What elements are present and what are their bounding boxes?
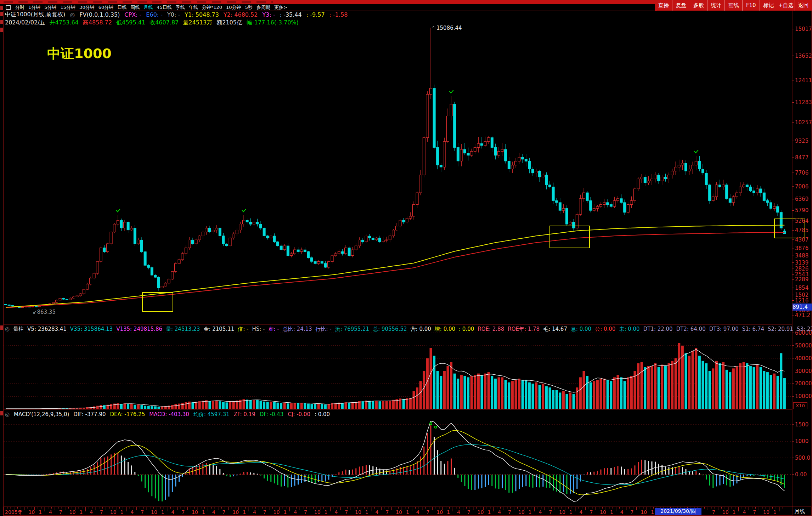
timeframe-item-季线[interactable]: 季线 (176, 4, 185, 11)
price-axis: 1501713652124111128310257932584777706700… (792, 26, 812, 478)
svg-text:6369: 6369 (795, 196, 808, 202)
svg-text:5790: 5790 (795, 207, 808, 214)
timeframe-item-周线[interactable]: 周线 (130, 4, 140, 11)
svg-text:7: 7 (345, 509, 348, 515)
stat-label: 2024/02/02/五 (5, 19, 45, 27)
timeframe-item-30分钟[interactable]: 30分钟 (79, 4, 95, 11)
svg-text:1: 1 (651, 509, 654, 515)
stat-label: ZF: 0.19 (234, 411, 255, 418)
stat-label: 增: 0.00 (435, 326, 455, 333)
macd-peak-marker (435, 426, 437, 428)
stat-label: Y3: - (262, 11, 275, 18)
svg-text:10: 10 (151, 509, 157, 515)
left-strip-mark (0, 411, 3, 415)
macd-cyan-line (6, 445, 784, 485)
stat-label: 金: 2105.11 (203, 326, 234, 333)
stat-label: 高4858.72 (83, 19, 112, 27)
svg-text:1: 1 (325, 509, 328, 515)
stat-label: 营: 0.00 (411, 326, 431, 333)
svg-text:8477: 8477 (795, 154, 808, 161)
svg-text:10: 10 (192, 509, 198, 515)
timeframe-item-1分钟[interactable]: 1分钟 (28, 4, 40, 11)
svg-text:10: 10 (641, 509, 647, 515)
stat-label: 毛: 14.67 (543, 326, 567, 333)
svg-text:10: 10 (722, 509, 729, 515)
timeframe-item-日线[interactable]: 日线 (117, 4, 126, 11)
svg-text:500.0: 500.0 (795, 455, 810, 461)
timeframe-item-年线[interactable]: 年线 (189, 4, 198, 11)
svg-text:3876: 3876 (795, 245, 808, 251)
toolbar-button-复盘[interactable]: 复盘 (672, 0, 689, 11)
stat-label: 量柱 (13, 326, 24, 333)
timeframe-item-60分钟[interactable]: 60分钟 (98, 4, 114, 11)
timeframe-item-分时[interactable]: 分时 (15, 4, 24, 11)
svg-text:1: 1 (120, 509, 124, 515)
toolbar-button-直播[interactable]: 直播 (655, 0, 672, 11)
timeframe-item-5分钟[interactable]: 5分钟 (44, 4, 56, 11)
timeframe-item-5秒[interactable]: 5秒 (245, 4, 253, 11)
timeframe-item-分钟*120[interactable]: 分钟*120 (202, 4, 222, 11)
svg-text:1: 1 (243, 509, 246, 515)
stat-label: 开4753.64 (50, 19, 79, 27)
chart-canvas[interactable]: 1501713652124111128310257932584777706700… (0, 0, 812, 516)
toolbar-button-F10[interactable]: F10 (742, 0, 760, 11)
timeframe-item-多周期[interactable]: 多周期 (256, 4, 270, 11)
svg-text:7: 7 (549, 509, 552, 515)
svg-text:7: 7 (263, 509, 266, 515)
axis-highlight-price: 891.4 (793, 304, 812, 311)
svg-text:1216: 1216 (795, 297, 808, 304)
stat-label: 总比: 24.13 (283, 326, 312, 333)
svg-text:10000: 10000 (795, 393, 812, 399)
svg-text:10: 10 (518, 509, 525, 515)
indicator-dropdown-icon[interactable]: ◎ (70, 11, 75, 18)
toolbar-button-多股[interactable]: 多股 (690, 0, 707, 11)
toolbar-button-+自选[interactable]: +自选 (777, 0, 794, 11)
svg-text:7: 7 (712, 509, 715, 515)
timeframe-item-45日线[interactable]: 45日线 (157, 4, 172, 11)
svg-text:4: 4 (90, 509, 93, 515)
macd-peak-marker (430, 423, 432, 425)
symbol-watermark: 中证1000 (47, 45, 112, 63)
stat-label: 量24513万 (183, 19, 212, 27)
timeframe-item-15分钟[interactable]: 15分钟 (61, 4, 76, 11)
timeframe-item-月线[interactable]: 月线 (143, 4, 153, 11)
svg-text:1: 1 (406, 509, 409, 515)
toolbar-button-标记[interactable]: 标记 (760, 0, 777, 11)
stat-label: 行比: - (316, 326, 332, 333)
stat-label: S2: 20.91 (768, 326, 793, 332)
period-indicator-label: 月线 (794, 508, 805, 515)
kline-settings-icon[interactable] (6, 5, 11, 10)
tdx-app-window: 1501713652124111128310257932584777706700… (0, 0, 812, 516)
peak-pointer (432, 26, 436, 28)
left-strip-mark (0, 325, 3, 330)
stat-label: 息: 0.00 (571, 326, 591, 333)
svg-text:4: 4 (130, 509, 134, 515)
svg-text:7: 7 (222, 509, 226, 515)
stat-label: S1: 6.74 (742, 326, 764, 332)
svg-text:30000: 30000 (795, 368, 812, 374)
svg-text:5264: 5264 (795, 218, 808, 224)
stat-label: CPX: - (124, 11, 141, 18)
svg-text:10: 10 (69, 509, 76, 515)
green-check-mark (116, 209, 120, 212)
volume-collapse-icon[interactable]: ◎ (5, 326, 10, 332)
timeframe-item-更多>[interactable]: 更多> (274, 4, 287, 11)
svg-text:3488: 3488 (795, 253, 808, 259)
toolbar-button-画线[interactable]: 画线 (724, 0, 742, 11)
svg-text:4: 4 (376, 509, 379, 515)
svg-text:7: 7 (427, 509, 430, 515)
svg-text:10257: 10257 (795, 119, 812, 126)
toolbar-button-返回[interactable]: 返回 (795, 0, 812, 11)
svg-text:1: 1 (202, 509, 205, 515)
svg-text:10: 10 (355, 509, 361, 515)
left-strip-mark (0, 12, 3, 16)
svg-text:10: 10 (232, 509, 239, 515)
toolbar-button-统计[interactable]: 统计 (707, 0, 724, 11)
macd-collapse-icon[interactable]: ◎ (5, 411, 10, 418)
timeframe-item-10分钟[interactable]: 10分钟 (226, 4, 241, 11)
stat-label: DIF: -377.90 (73, 411, 106, 418)
svg-text:7: 7 (385, 509, 389, 515)
stat-label: V35: 315864.13 (70, 326, 113, 332)
macd-dea-line (6, 430, 784, 495)
low-price-annotation: ↙863.35 (33, 309, 56, 315)
